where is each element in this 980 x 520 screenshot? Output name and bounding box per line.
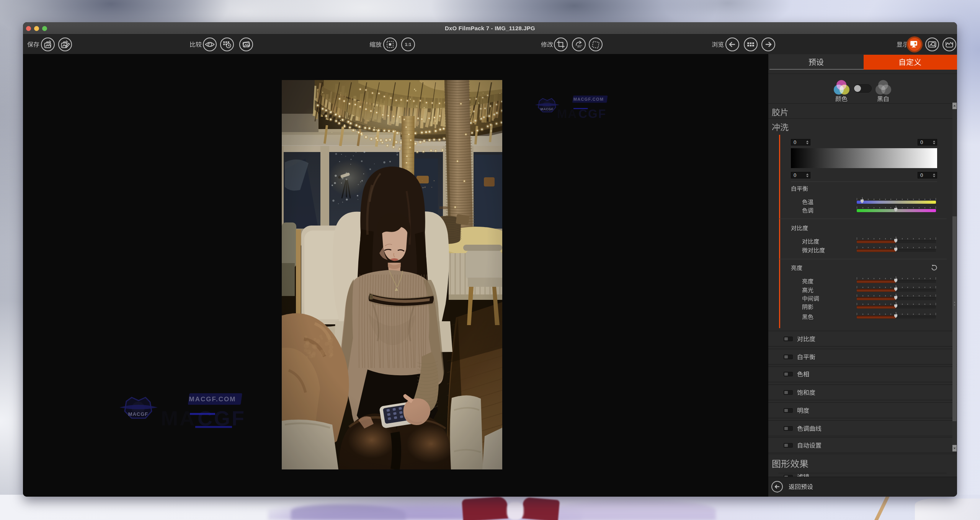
svg-text:MACGF: MACGF	[541, 107, 554, 111]
svg-text:MACGF.COM: MACGF.COM	[189, 396, 236, 403]
svg-text:90°: 90°	[577, 44, 582, 48]
svg-text:1:1: 1:1	[405, 42, 412, 47]
svg-text:MACGF.COM: MACGF.COM	[573, 97, 604, 101]
svg-text:MACGF: MACGF	[128, 411, 149, 417]
svg-text:MA: MA	[161, 407, 196, 430]
